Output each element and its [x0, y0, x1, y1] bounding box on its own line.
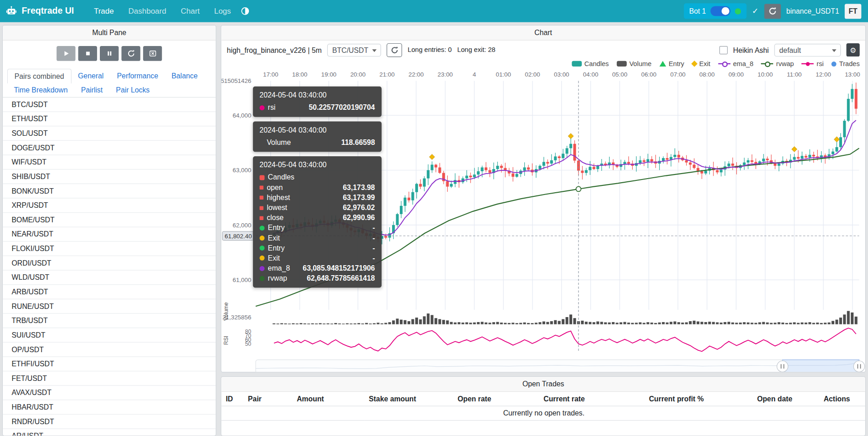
pair-row-wif-usdt[interactable]: WIF/USDT [3, 155, 216, 170]
tooltip-value: - [372, 243, 375, 253]
bot-toggle[interactable] [710, 6, 730, 16]
column-header-amount: Amount [292, 392, 364, 406]
entry-marker-icon [659, 61, 666, 67]
datazoom-handle-left[interactable] [777, 361, 788, 372]
pair-row-avax-usdt[interactable]: AVAX/USDT [3, 386, 216, 400]
chart-legend: CandlesVolumeEntryExitema_8rvwaprsiTrade… [221, 58, 865, 69]
plot-config-select[interactable]: default [774, 44, 841, 56]
column-header-pair: Pair [243, 392, 292, 406]
nav-item-dashboard[interactable]: Dashboard [128, 7, 166, 15]
multi-pane-title: Multi Pane [3, 26, 216, 41]
tooltip-value: 118.66598 [341, 138, 375, 148]
app-brand[interactable]: Freqtrade UI [5, 5, 74, 17]
nav-item-logs[interactable]: Logs [214, 7, 231, 15]
pair-row-floki-usdt[interactable]: FLOKI/USDT [3, 241, 216, 256]
column-header-open-date: Open date [753, 392, 819, 406]
app-viewport: Freqtrade UI TradeDashboardChartLogs Bot… [0, 0, 868, 436]
bot-selector[interactable]: Bot 1 [683, 3, 746, 19]
trade-markers-layer [429, 133, 840, 160]
open-trades-header-row: IDPairAmountStake amountOpen rateCurrent… [221, 392, 866, 406]
tab-balance[interactable]: Balance [165, 69, 204, 83]
chart-tooltip: 2024-05-04 03:40:00rsi50.225770201907042… [253, 87, 382, 292]
pair-row-shib-usdt[interactable]: SHIB/USDT [3, 169, 216, 184]
open-trades-empty-row: Currently no open trades. [221, 406, 866, 421]
legend-item-exit[interactable]: Exit [692, 60, 710, 67]
reload-button[interactable] [121, 46, 140, 61]
reload-icon [769, 7, 776, 15]
svg-text:13:00: 13:00 [845, 71, 860, 78]
pair-row-fet-usdt[interactable]: FET/USDT [3, 371, 216, 386]
nav-item-chart[interactable]: Chart [181, 7, 200, 15]
nav-item-trade[interactable]: Trade [94, 7, 114, 15]
legend-item-candles[interactable]: Candles [572, 60, 609, 67]
tooltip-row-lowest: lowest62,976.02 [259, 203, 375, 213]
svg-text:05:00: 05:00 [612, 71, 627, 78]
tooltip-label: Entry [268, 243, 285, 253]
svg-text:08:00: 08:00 [699, 71, 714, 78]
pair-row-eth-usdt[interactable]: ETH/USDT [3, 112, 216, 127]
tooltip-label: Exit [268, 233, 280, 243]
pair-row-sol-usdt[interactable]: SOL/USDT [3, 126, 216, 141]
legend-item-rvwap[interactable]: rvwap [761, 60, 794, 67]
pair-row-rndr-usdt[interactable]: RNDR/USDT [3, 415, 216, 429]
ema_8-series-marker-icon [259, 266, 264, 271]
close-series-marker-icon [259, 216, 264, 220]
pair-row-bonk-usdt[interactable]: BONK/USDT [3, 184, 216, 199]
pair-row-ar-usdt[interactable]: AR/USDT [3, 429, 216, 436]
legend-item-entry[interactable]: Entry [659, 60, 684, 67]
pair-row-near-usdt[interactable]: NEAR/USDT [3, 227, 216, 242]
legend-item-ema_8[interactable]: ema_8 [718, 60, 754, 67]
legend-item-rsi[interactable]: rsi [802, 60, 824, 67]
datazoom-handle-right[interactable] [853, 361, 864, 372]
tab-pairlist[interactable]: Pairlist [74, 83, 109, 97]
tab-general[interactable]: General [71, 69, 110, 83]
tab-pairs-combined[interactable]: Pairs combined [7, 69, 72, 84]
pair-row-bome-usdt[interactable]: BOME/USDT [3, 213, 216, 227]
legend-item-volume[interactable]: Volume [616, 60, 651, 67]
plot-settings-gear-button[interactable]: ⚙ [847, 43, 860, 56]
theme-toggle-icon[interactable] [241, 7, 249, 15]
pair-row-wld-usdt[interactable]: WLD/USDT [3, 271, 216, 285]
ema_8-marker-icon [718, 61, 730, 67]
tab-performance[interactable]: Performance [110, 69, 165, 83]
tooltip-row-highest: highest63,173.99 [259, 193, 375, 203]
pair-row-btc-usdt[interactable]: BTC/USDT [3, 97, 216, 112]
refresh-chart-button[interactable] [387, 43, 402, 56]
heikin-ashi-label: Heikin Ashi [733, 46, 769, 54]
pair-row-hbar-usdt[interactable]: HBAR/USDT [3, 400, 216, 415]
rvwap-marker-icon [761, 61, 774, 67]
tooltip-label: rvwap [268, 273, 287, 283]
play-button[interactable] [57, 46, 75, 61]
pair-row-trb-usdt[interactable]: TRB/USDT [3, 314, 216, 328]
pair-row-ethfi-usdt[interactable]: ETHFI/USDT [3, 357, 216, 371]
svg-text:61,802.40: 61,802.40 [225, 233, 252, 240]
user-avatar[interactable]: FT [845, 4, 861, 19]
open-trades-panel: Open Trades IDPairAmountStake amountOpen… [221, 376, 866, 436]
pair-row-xrp-usdt[interactable]: XRP/USDT [3, 199, 216, 213]
tab-pair-locks[interactable]: Pair Locks [109, 83, 156, 97]
legend-item-trades[interactable]: Trades [832, 60, 860, 67]
pair-row-doge-usdt[interactable]: DOGE/USDT [3, 141, 216, 155]
pair-row-op-usdt[interactable]: OP/USDT [3, 343, 216, 357]
pair-select[interactable]: BTC/USDT [327, 44, 381, 56]
pause-button[interactable] [100, 46, 119, 61]
refresh-icon [391, 46, 398, 54]
candles-marker-icon [572, 61, 582, 67]
tooltip-label: rsi [268, 103, 276, 113]
heikin-ashi-checkbox[interactable] [719, 46, 728, 54]
tooltip-value: 62,976.02 [343, 203, 375, 213]
reload-bot-button[interactable] [764, 4, 780, 19]
tooltip-value: 63,173.99 [343, 193, 375, 203]
svg-text:07:00: 07:00 [670, 71, 685, 78]
bot-control-buttons [3, 41, 216, 66]
datazoom-slider[interactable] [256, 360, 865, 373]
stop-button[interactable] [78, 46, 97, 61]
exchange-account-label: binance_USDT1 [786, 7, 839, 15]
close-chart-button[interactable] [143, 46, 162, 61]
pair-row-rune-usdt[interactable]: RUNE/USDT [3, 299, 216, 314]
pair-row-sui-usdt[interactable]: SUI/USDT [3, 328, 216, 343]
tooltip-value: 62,648.75785661418 [307, 273, 375, 283]
pair-row-ordi-usdt[interactable]: ORDI/USDT [3, 256, 216, 271]
pair-row-arb-usdt[interactable]: ARB/USDT [3, 285, 216, 299]
tab-time-breakdown[interactable]: Time Breakdown [7, 83, 74, 97]
